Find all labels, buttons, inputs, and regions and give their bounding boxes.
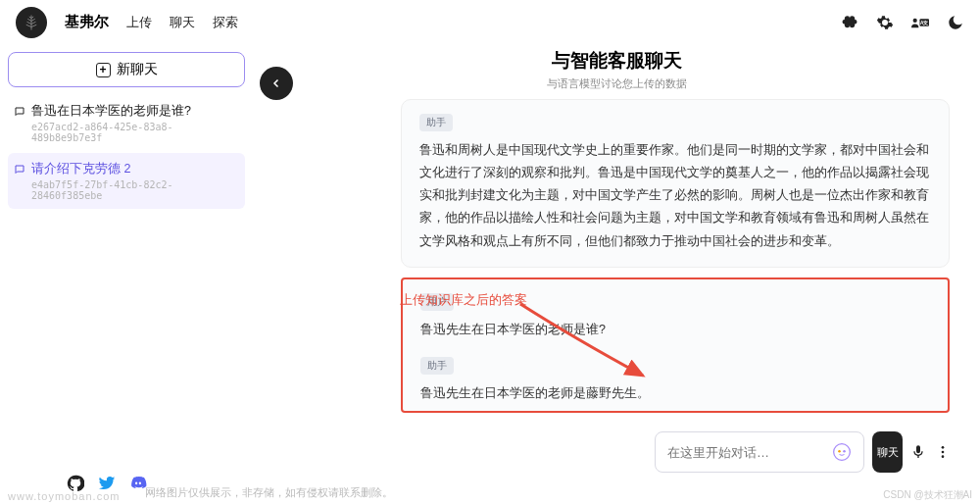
chat-content: 与智能客服聊天 与语言模型讨论您上传的数据 助手 鲁迅和周树人是中国现代文学史上… — [253, 44, 980, 504]
main: + 新聊天 鲁迅在日本学医的老师是谁? e267acd2-a864-425e-8… — [0, 44, 980, 504]
svg-point-7 — [941, 451, 944, 454]
message-text: 鲁迅先生在日本学医的老师是藤野先生。 — [420, 382, 930, 405]
footer-disclaimer: 网络图片仅供展示，非存储，如有侵权请联系删除。 — [145, 485, 393, 500]
sidebar: + 新聊天 鲁迅在日本学医的老师是谁? e267acd2-a864-425e-8… — [0, 44, 253, 504]
nav-chat[interactable]: 聊天 — [170, 14, 195, 31]
header: 基弗尔 上传 聊天 探索 A文 — [0, 0, 980, 44]
header-left: 基弗尔 上传 聊天 探索 — [16, 7, 238, 38]
moon-icon[interactable] — [947, 14, 964, 31]
svg-point-8 — [941, 455, 944, 458]
new-chat-button[interactable]: + 新聊天 — [8, 52, 245, 87]
chat-input-container[interactable] — [655, 431, 864, 473]
message-text: 鲁迅和周树人是中国现代文学史上的重要作家。他们是同一时期的文学家，都对中国社会和… — [419, 139, 931, 253]
sidebar-toggle-button[interactable] — [260, 67, 293, 100]
watermark-right: CSDN @技术狂潮AI — [883, 488, 972, 502]
dots-vertical-icon — [935, 444, 951, 460]
message-text: 鲁迅先生在日本学医的老师是谁? — [420, 319, 930, 341]
brand-name: 基弗尔 — [65, 13, 109, 31]
sidebar-chat-item[interactable]: 鲁迅在日本学医的老师是谁? e267acd2-a864-425e-83a8-48… — [8, 95, 245, 151]
user-locale-icon[interactable]: A文 — [911, 14, 929, 31]
input-area: 聊天 — [655, 431, 951, 473]
plus-icon: + — [96, 63, 111, 77]
header-right: A文 — [841, 14, 964, 31]
chat-item-title: 鲁迅在日本学医的老师是谁? — [31, 103, 191, 120]
chat-subtitle: 与语言模型讨论您上传的数据 — [547, 76, 687, 91]
nav-upload[interactable]: 上传 — [126, 14, 152, 31]
chat-input[interactable] — [667, 445, 832, 460]
role-label: 助手 — [420, 357, 454, 375]
chat-bubble-icon — [14, 164, 25, 176]
svg-point-0 — [913, 18, 917, 22]
tree-icon — [23, 14, 40, 31]
new-chat-label: 新聊天 — [117, 61, 158, 78]
sidebar-chat-item[interactable]: 请介绍下克劳德 2 e4ab7f5f-27bf-41cb-82c2-28460f… — [8, 153, 245, 209]
svg-text:A文: A文 — [920, 19, 928, 25]
nav-links: 上传 聊天 探索 — [126, 14, 238, 31]
nav-explore[interactable]: 探索 — [213, 14, 238, 31]
send-button[interactable]: 聊天 — [872, 431, 903, 473]
chat-item-id: e267acd2-a864-425e-83a8-489b8e9b7e3f — [31, 122, 239, 143]
chat-item-title: 请介绍下克劳德 2 — [31, 161, 130, 177]
role-label: 助手 — [419, 114, 453, 131]
chat-header: 与智能客服聊天 与语言模型讨论您上传的数据 — [547, 48, 687, 91]
gear-icon[interactable] — [876, 14, 894, 31]
brain-icon[interactable] — [841, 14, 858, 31]
app-logo[interactable] — [16, 7, 47, 38]
svg-point-5 — [843, 450, 846, 453]
more-button[interactable] — [935, 431, 951, 473]
chat-item-id: e4ab7f5f-27bf-41cb-82c2-28460f385ebe — [31, 179, 239, 201]
mic-button[interactable] — [910, 431, 926, 473]
mic-icon — [910, 444, 926, 460]
chat-bubble-icon — [14, 106, 25, 118]
svg-point-4 — [838, 450, 841, 453]
chat-messages: 助手 鲁迅和周树人是中国现代文学史上的重要作家。他们是同一时期的文学家，都对中国… — [401, 99, 950, 423]
assistant-message: 助手 鲁迅先生在日本学医的老师是藤野先生。 — [420, 355, 930, 405]
annotation-text: 上传知识库之后的答案 — [400, 291, 527, 309]
watermark-left: www.toymoban.com — [8, 490, 120, 502]
svg-point-6 — [941, 446, 944, 449]
robot-badge-icon — [832, 442, 852, 462]
chat-title: 与智能客服聊天 — [547, 48, 687, 74]
assistant-message: 助手 鲁迅和周树人是中国现代文学史上的重要作家。他们是同一时期的文学家，都对中国… — [401, 99, 950, 268]
chevron-left-icon — [270, 77, 282, 89]
svg-point-3 — [834, 444, 851, 461]
